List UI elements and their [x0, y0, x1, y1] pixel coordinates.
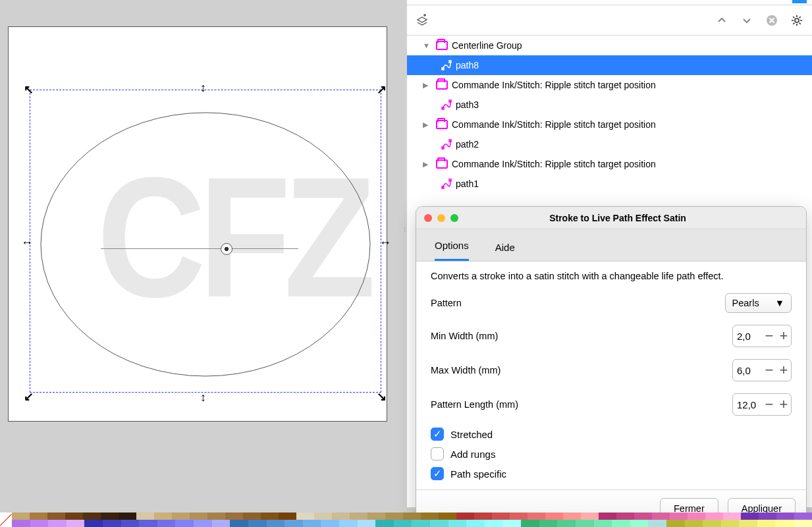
- resize-handle-nw[interactable]: ↖: [24, 82, 34, 93]
- panel-active-tab-indicator[interactable]: [792, 0, 807, 3]
- color-swatch[interactable]: [430, 520, 448, 527]
- increment-button[interactable]: +: [776, 396, 791, 413]
- canvas[interactable]: CFZ ↖ ↕ ↗ ↔ ↔ ↙ ↕ ↘: [8, 26, 387, 422]
- color-swatch[interactable]: [358, 520, 376, 527]
- color-swatch[interactable]: [303, 520, 321, 527]
- color-swatch[interactable]: [403, 513, 421, 520]
- color-swatch[interactable]: [634, 513, 652, 520]
- increment-button[interactable]: +: [776, 327, 791, 345]
- color-swatch[interactable]: [794, 520, 812, 527]
- color-swatch[interactable]: [757, 520, 776, 527]
- color-swatch[interactable]: [375, 520, 394, 527]
- color-swatch[interactable]: [367, 513, 385, 520]
- delete-layer-button[interactable]: [763, 12, 780, 29]
- increment-button[interactable]: +: [776, 362, 791, 379]
- pattern-dropdown[interactable]: Pearls ▼: [725, 293, 792, 313]
- expander-icon[interactable]: ▼: [423, 42, 432, 49]
- color-swatch[interactable]: [599, 513, 616, 520]
- color-swatch[interactable]: [12, 513, 30, 520]
- color-swatch[interactable]: [528, 513, 545, 520]
- color-swatch[interactable]: [12, 520, 30, 527]
- color-swatch[interactable]: [48, 520, 67, 527]
- expander-icon[interactable]: ▶: [423, 121, 432, 129]
- color-swatch[interactable]: [65, 513, 83, 520]
- color-swatch[interactable]: [175, 520, 194, 527]
- path-specific-checkbox[interactable]: ✓: [431, 467, 444, 480]
- color-swatch[interactable]: [616, 513, 634, 520]
- color-swatch[interactable]: [84, 520, 103, 527]
- color-swatch[interactable]: [350, 513, 367, 520]
- color-swatch[interactable]: [207, 513, 225, 520]
- color-swatch[interactable]: [670, 513, 688, 520]
- color-swatch[interactable]: [267, 520, 285, 527]
- resize-handle-se[interactable]: ↘: [377, 389, 387, 400]
- traffic-zoom-icon[interactable]: [450, 214, 458, 222]
- color-swatch[interactable]: [485, 520, 503, 527]
- max-width-spinbox[interactable]: − +: [732, 359, 792, 381]
- color-swatch[interactable]: [545, 513, 563, 520]
- color-swatch[interactable]: [230, 520, 248, 527]
- color-swatch[interactable]: [279, 513, 296, 520]
- color-swatch[interactable]: [67, 520, 85, 527]
- pattern-length-spinbox[interactable]: − +: [732, 393, 792, 416]
- tree-row-path1[interactable]: path1: [407, 174, 812, 194]
- color-swatch[interactable]: [154, 513, 172, 520]
- resize-handle-n[interactable]: ↕: [200, 81, 211, 92]
- traffic-close-icon[interactable]: [424, 214, 432, 222]
- resize-handle-s[interactable]: ↕: [200, 391, 211, 401]
- color-swatch[interactable]: [225, 513, 243, 520]
- color-swatch[interactable]: [172, 513, 190, 520]
- color-swatch[interactable]: [581, 513, 599, 520]
- color-swatch[interactable]: [212, 520, 230, 527]
- color-swatch[interactable]: [456, 513, 474, 520]
- color-swatch[interactable]: [332, 513, 350, 520]
- tree-row-path3[interactable]: path3: [407, 95, 812, 115]
- resize-handle-w[interactable]: ↔: [21, 236, 32, 246]
- no-color-swatch[interactable]: [0, 513, 12, 527]
- tab-options[interactable]: Options: [435, 240, 469, 261]
- tree-row-path2[interactable]: path2: [407, 134, 812, 154]
- decrement-button[interactable]: −: [762, 362, 776, 379]
- add-layer-button[interactable]: [414, 12, 431, 29]
- color-swatch[interactable]: [394, 520, 412, 527]
- traffic-minimize-icon[interactable]: [437, 214, 445, 222]
- color-swatch[interactable]: [776, 520, 794, 527]
- resize-handle-sw[interactable]: ↙: [24, 389, 34, 400]
- color-swatch[interactable]: [421, 513, 439, 520]
- color-palette[interactable]: [0, 513, 812, 527]
- color-swatch[interactable]: [648, 520, 666, 527]
- dialog-titlebar[interactable]: Stroke to Live Path Effect Satin: [416, 207, 806, 229]
- color-swatch[interactable]: [557, 520, 576, 527]
- color-swatch[interactable]: [612, 520, 630, 527]
- tree-row-command-1[interactable]: ▶ Commande Ink/Stitch: Ripple stitch tar…: [407, 75, 812, 95]
- color-swatch[interactable]: [136, 513, 154, 520]
- color-swatch[interactable]: [721, 520, 740, 527]
- resize-handle-ne[interactable]: ↗: [377, 82, 387, 93]
- color-swatch[interactable]: [101, 513, 119, 520]
- color-swatch[interactable]: [521, 520, 539, 527]
- color-swatch[interactable]: [705, 513, 723, 520]
- expander-icon[interactable]: ▶: [423, 81, 432, 90]
- color-swatch[interactable]: [502, 520, 521, 527]
- color-swatch[interactable]: [703, 520, 721, 527]
- color-swatch[interactable]: [47, 513, 65, 520]
- color-swatch[interactable]: [190, 513, 207, 520]
- tree-row-centerline-group[interactable]: ▼ Centerline Group: [407, 36, 812, 55]
- tree-row-path8[interactable]: path8: [407, 55, 812, 75]
- color-swatch[interactable]: [412, 520, 430, 527]
- color-swatch[interactable]: [139, 520, 157, 527]
- color-swatch[interactable]: [776, 513, 794, 520]
- color-swatch[interactable]: [666, 520, 685, 527]
- color-swatch[interactable]: [448, 520, 467, 527]
- tree-row-command-2[interactable]: ▶ Commande Ink/Stitch: Ripple stitch tar…: [407, 115, 812, 134]
- color-swatch[interactable]: [284, 520, 303, 527]
- pattern-length-input[interactable]: [733, 399, 762, 410]
- min-width-spinbox[interactable]: − +: [732, 325, 792, 347]
- color-swatch[interactable]: [539, 520, 558, 527]
- color-swatch[interactable]: [103, 520, 121, 527]
- color-swatch[interactable]: [339, 520, 358, 527]
- color-swatch[interactable]: [261, 513, 279, 520]
- color-swatch[interactable]: [439, 513, 456, 520]
- decrement-button[interactable]: −: [762, 396, 776, 413]
- move-up-button[interactable]: [713, 12, 730, 29]
